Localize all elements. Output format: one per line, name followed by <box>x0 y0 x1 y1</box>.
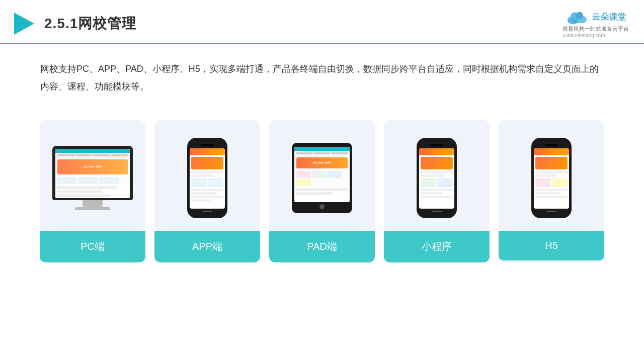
svg-marker-0 <box>14 13 34 35</box>
phone-app-mockup <box>187 138 227 218</box>
pc-stand <box>83 200 103 207</box>
card-pc-image: 职达人的第一堂网课 <box>40 120 145 231</box>
card-h5-label: H5 <box>499 231 604 260</box>
phone-h5-mockup <box>531 138 572 218</box>
phone-mini-notch <box>431 144 443 146</box>
tablet-home <box>319 204 325 209</box>
tablet-mockup: 职达人的第一堂网课 <box>292 143 352 213</box>
phone-app-screen <box>190 148 225 209</box>
cards-container: 职达人的第一堂网课 <box>0 105 644 262</box>
pc-base <box>75 207 110 210</box>
phone-notch <box>201 144 213 146</box>
phone-h5-notch <box>545 144 557 146</box>
card-pad-image: 职达人的第一堂网课 <box>269 120 375 231</box>
cloud-icon <box>565 9 589 25</box>
phone-h5-screen <box>534 148 569 209</box>
page-title: 2.5.1网校管理 <box>44 14 136 33</box>
logo-text: 云朵课堂 <box>592 12 626 23</box>
play-icon <box>10 11 36 37</box>
card-app: APP端 <box>154 120 260 262</box>
card-h5-image <box>499 120 604 231</box>
tablet-screen: 职达人的第一堂网课 <box>294 147 350 202</box>
pc-mockup: 职达人的第一堂网课 <box>52 146 133 210</box>
logo-tagline: 教育机构一站式服务云平台 yunduoketang.com <box>562 25 629 38</box>
phone-mini-mockup <box>417 138 457 218</box>
card-app-label: APP端 <box>154 231 260 262</box>
card-pad: 职达人的第一堂网课 PAD端 <box>269 120 375 262</box>
logo-url: yunduoketang.com <box>562 33 629 38</box>
card-pc-label: PC端 <box>40 231 145 262</box>
phone-mini-screen <box>419 148 454 209</box>
phone-mini-home <box>432 211 442 212</box>
description: 网校支持PC、APP、PAD、小程序、H5，实现多端打通，产品各终端自由切换，数… <box>0 44 644 105</box>
svg-point-5 <box>576 12 583 19</box>
logo-sub-line1: 教育机构一站式服务云平台 <box>562 25 629 33</box>
pad-screen-content: 职达人的第一堂网课 <box>294 147 350 202</box>
card-pad-label: PAD端 <box>269 231 375 262</box>
logo-cloud: 云朵课堂 <box>565 9 626 25</box>
card-pc: 职达人的第一堂网课 <box>40 120 145 262</box>
pc-screen-inner: 职达人的第一堂网课 <box>55 149 130 198</box>
card-mini-label: 小程序 <box>384 231 490 262</box>
header: 2.5.1网校管理 云朵课堂 教育机构一站式服务云平台 yunduoketang… <box>0 0 644 44</box>
card-h5: H5 <box>499 120 604 262</box>
pc-screen-outer: 职达人的第一堂网课 <box>52 146 133 200</box>
header-left: 2.5.1网校管理 <box>10 11 136 37</box>
logo-area: 云朵课堂 教育机构一站式服务云平台 yunduoketang.com <box>562 9 629 38</box>
pc-screen-content: 职达人的第一堂网课 <box>55 149 130 198</box>
phone-home <box>202 211 212 212</box>
card-mini: 小程序 <box>384 120 490 262</box>
card-mini-image <box>384 120 490 231</box>
card-app-image <box>154 120 260 231</box>
description-text: 网校支持PC、APP、PAD、小程序、H5，实现多端打通，产品各终端自由切换，数… <box>40 60 604 95</box>
phone-h5-home <box>546 211 556 212</box>
